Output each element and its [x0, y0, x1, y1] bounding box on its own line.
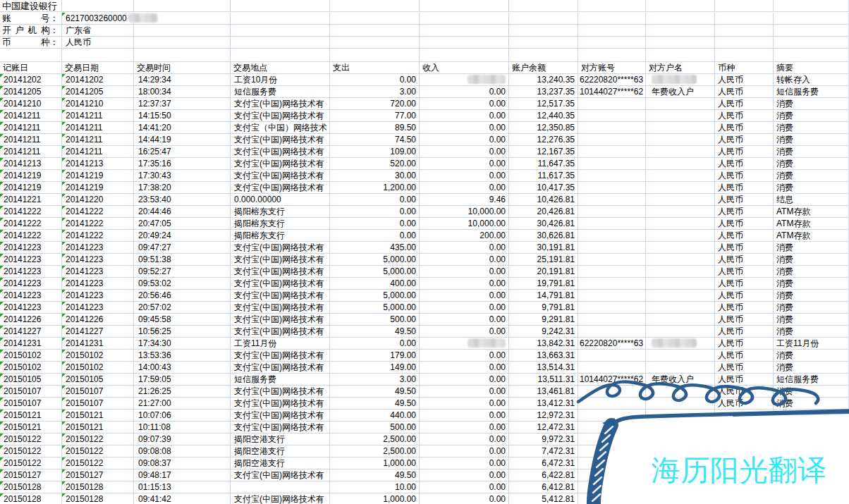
cell[interactable]: 0.00: [420, 350, 509, 362]
cell[interactable]: 435.00: [330, 242, 420, 254]
cell[interactable]: 消费: [774, 134, 849, 146]
cell[interactable]: 20150107: [62, 398, 134, 410]
cell[interactable]: [578, 326, 646, 338]
cell[interactable]: 20141210: [0, 98, 62, 110]
cell[interactable]: 短信服务费: [231, 86, 330, 98]
cell[interactable]: 0.00: [420, 445, 509, 457]
cell[interactable]: 23:53:40: [134, 194, 231, 206]
cell[interactable]: 年费收入户: [646, 374, 715, 386]
cell[interactable]: 13,412.31: [509, 398, 578, 410]
cell[interactable]: [646, 338, 715, 350]
cell[interactable]: 0.00: [420, 242, 509, 254]
cell[interactable]: [578, 410, 646, 422]
cell[interactable]: 10.00: [330, 481, 420, 493]
cell[interactable]: [774, 25, 849, 37]
cell[interactable]: [578, 434, 646, 445]
cell[interactable]: [578, 13, 646, 25]
cell[interactable]: [715, 410, 774, 422]
cell[interactable]: 转帐存入: [774, 74, 849, 86]
cell[interactable]: 10,426.81: [509, 194, 578, 206]
cell[interactable]: 支付宝(中国)网络技术有: [231, 242, 330, 254]
cell[interactable]: 09:08:08: [134, 445, 231, 457]
cell[interactable]: [715, 422, 774, 434]
column-header-9[interactable]: 对方户名: [646, 62, 715, 74]
cell[interactable]: 20141222: [0, 206, 62, 218]
cell[interactable]: 20150121: [0, 410, 62, 422]
column-header-8[interactable]: 对方账号: [578, 62, 646, 74]
currency-value-cell[interactable]: 人民币: [62, 37, 134, 49]
cell[interactable]: [578, 493, 646, 504]
cell[interactable]: 20,191.81: [509, 266, 578, 278]
cell[interactable]: 20141223: [62, 290, 134, 302]
cell[interactable]: 20:49:24: [134, 230, 231, 242]
cell[interactable]: 20141231: [0, 338, 62, 350]
cell[interactable]: [646, 493, 715, 504]
column-header-5[interactable]: 支出: [330, 62, 420, 74]
cell[interactable]: [578, 37, 646, 49]
cell[interactable]: [231, 0, 330, 12]
cell[interactable]: 20150127: [0, 469, 62, 481]
cell[interactable]: [646, 290, 715, 302]
cell[interactable]: [715, 457, 774, 469]
cell[interactable]: [420, 25, 509, 37]
cell[interactable]: 支付宝(中国)网络技术有: [231, 98, 330, 110]
cell[interactable]: [578, 206, 646, 218]
cell[interactable]: 消费: [774, 362, 849, 374]
cell[interactable]: 结息: [774, 194, 849, 206]
cell[interactable]: 揭阳空港支行: [231, 457, 330, 469]
cell[interactable]: 20141223: [62, 242, 134, 254]
cell[interactable]: 人民币: [715, 218, 774, 230]
cell[interactable]: 9,291.81: [509, 314, 578, 326]
cell[interactable]: [774, 493, 849, 504]
cell[interactable]: 人民币: [715, 290, 774, 302]
cell[interactable]: 0.00: [420, 314, 509, 326]
cell[interactable]: 49.50: [330, 398, 420, 410]
cell[interactable]: 人民币: [715, 230, 774, 242]
cell[interactable]: 人民币: [715, 110, 774, 122]
bank-name-cell[interactable]: 中国建设银行: [0, 0, 62, 12]
cell[interactable]: 14:29:34: [134, 74, 231, 86]
cell[interactable]: 支付宝(中国)网络技术有: [231, 362, 330, 374]
cell[interactable]: 11,647.35: [509, 158, 578, 170]
cell[interactable]: [646, 278, 715, 290]
cell[interactable]: 消费: [774, 290, 849, 302]
cell[interactable]: [231, 49, 330, 62]
cell[interactable]: 10144027*****62: [578, 374, 646, 386]
cell[interactable]: [646, 0, 715, 12]
cell[interactable]: 20150121: [62, 410, 134, 422]
cell[interactable]: 人民币: [715, 362, 774, 374]
cell[interactable]: [715, 434, 774, 445]
cell[interactable]: 20141210: [62, 98, 134, 110]
cell[interactable]: 消费: [774, 254, 849, 266]
cell[interactable]: [646, 13, 715, 25]
cell[interactable]: [646, 434, 715, 445]
cell[interactable]: [578, 386, 646, 398]
cell[interactable]: 揭阳榕东支行: [231, 218, 330, 230]
cell[interactable]: [420, 74, 509, 86]
cell[interactable]: 工资11月份: [231, 338, 330, 350]
cell[interactable]: 17:35:16: [134, 158, 231, 170]
branch-value-cell[interactable]: 广东省: [62, 25, 134, 37]
cell[interactable]: 12:37:37: [134, 98, 231, 110]
cell[interactable]: [231, 25, 330, 37]
cell[interactable]: 20150122: [62, 445, 134, 457]
cell[interactable]: 30,426.81: [509, 218, 578, 230]
cell[interactable]: [231, 481, 330, 493]
cell[interactable]: 支付宝(中国)网络技术有: [231, 398, 330, 410]
cell[interactable]: 0.00: [420, 146, 509, 158]
cell[interactable]: [578, 422, 646, 434]
cell[interactable]: 支付宝(中国)网络技术有: [231, 493, 330, 504]
cell[interactable]: 人民币: [715, 350, 774, 362]
cell[interactable]: [774, 0, 849, 12]
cell[interactable]: [774, 49, 849, 62]
cell[interactable]: 20141223: [62, 266, 134, 278]
cell[interactable]: 3.00: [330, 86, 420, 98]
cell[interactable]: [509, 0, 578, 12]
cell[interactable]: 0.00: [330, 218, 420, 230]
cell[interactable]: 20:57:02: [134, 302, 231, 314]
cell[interactable]: 0.00: [420, 158, 509, 170]
cell[interactable]: 支付宝（中国）网络技术: [231, 122, 330, 134]
cell[interactable]: 人民币: [715, 134, 774, 146]
cell[interactable]: 62220820*****63: [578, 338, 646, 350]
cell[interactable]: 20150122: [0, 434, 62, 445]
